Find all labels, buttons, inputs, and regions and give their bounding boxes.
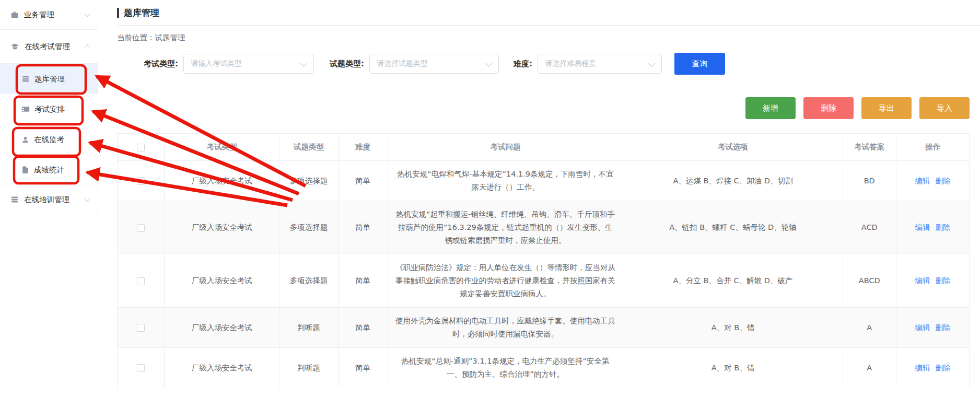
cell-answer: A: [843, 348, 896, 388]
col-question: 考试问题: [388, 134, 623, 161]
proctor-user-icon: [21, 136, 29, 144]
cell-question-type: 判断题: [279, 348, 338, 388]
app-window: 业务管理 在线考试管理 题库管理 考试安排: [0, 0, 980, 408]
search-button[interactable]: 查询: [674, 53, 725, 75]
sidebar-item-label: 成绩统计: [34, 165, 64, 175]
cell-question-type: 多项选择题: [279, 254, 338, 308]
delete-link[interactable]: 删除: [935, 177, 950, 185]
question-bank-icon: [21, 75, 30, 83]
delete-link[interactable]: 删除: [935, 276, 950, 285]
sidebar-item-business-management[interactable]: 业务管理: [0, 0, 98, 29]
briefcase-icon: [10, 10, 19, 19]
cell-exam-type: 厂级入场安全考试: [165, 201, 279, 254]
sidebar-item-label: 业务管理: [24, 10, 54, 20]
cell-exam-type: 厂级入场安全考试: [165, 308, 279, 348]
delete-button[interactable]: 删除: [803, 97, 854, 119]
cell-question: 热机安规“电焊和气焊-基本规定”14.1.9条规定，下雨雪时，不宜露天进行（）工…: [388, 161, 623, 201]
question-type-placeholder: 请选择试题类型: [377, 59, 428, 68]
cell-difficulty: 简单: [338, 254, 388, 308]
exam-type-placeholder: 请输入考试类型: [191, 59, 242, 68]
col-difficulty: 难度: [338, 134, 388, 161]
cell-difficulty: 简单: [338, 161, 388, 201]
add-button[interactable]: 新增: [745, 97, 796, 119]
row-checkbox[interactable]: [137, 224, 145, 232]
cell-exam-type: 厂级入场安全考试: [165, 348, 279, 388]
sidebar-item-online-training-management[interactable]: 在线培训管理: [0, 185, 98, 214]
edit-link[interactable]: 编辑: [915, 223, 930, 231]
exam-type-select[interactable]: 请输入考试类型: [183, 54, 314, 74]
sidebar-item-question-bank[interactable]: 题库管理: [0, 64, 98, 94]
sidebar-item-exam-schedule[interactable]: 考试安排: [0, 94, 98, 124]
chevron-down-icon: [485, 60, 492, 67]
cell-question: 使用外壳为金属材料的电动工具时，应戴绝缘手套。使用电动工具时，必须同时使用漏电保…: [388, 308, 623, 348]
sidebar-item-online-exam-management[interactable]: 在线考试管理: [0, 30, 98, 63]
cell-answer: BD: [843, 161, 896, 201]
select-all-checkbox[interactable]: [137, 144, 145, 151]
edit-link[interactable]: 编辑: [915, 177, 930, 185]
question-table: 考试类型 试题类型 难度 考试问题 考试选项 考试答案 操作 厂级入场安全考试 …: [117, 133, 970, 388]
page-title-row: 题库管理: [117, 0, 970, 25]
cell-question: 《职业病防治法》规定：用人单位在发生（）等情形时，应当对从事接触职业病危害的作业…: [388, 254, 623, 308]
title-divider: [117, 25, 980, 26]
sidebar-item-label: 考试安排: [34, 104, 65, 114]
cell-difficulty: 简单: [338, 201, 388, 254]
difficulty-label: 难度:: [514, 59, 532, 69]
difficulty-placeholder: 请选择难易程度: [545, 59, 596, 68]
exam-type-label: 考试类型:: [144, 59, 178, 69]
question-type-label: 试题类型:: [330, 59, 364, 69]
col-exam-type: 考试类型: [165, 134, 279, 161]
cell-question: 热机安规“起重和搬运-钢丝绳、纤维绳、吊钩、滑车、千斤顶和手拉葫芦的使用”16.…: [388, 201, 623, 254]
chevron-down-icon: [648, 60, 655, 67]
training-list-icon: [10, 195, 19, 204]
cell-question-type: 判断题: [279, 308, 338, 348]
cell-options: A、运煤 B、焊接 C、卸油 D、切割: [623, 161, 843, 201]
sidebar-item-online-proctor[interactable]: 在线监考: [0, 124, 98, 155]
breadcrumb: 当前位置：试题管理: [117, 33, 970, 43]
difficulty-select[interactable]: 请选择难易程度: [538, 54, 662, 74]
delete-link[interactable]: 删除: [935, 323, 950, 332]
cell-options: A、对 B、错: [623, 348, 843, 388]
edit-link[interactable]: 编辑: [915, 276, 930, 285]
cell-answer: ACD: [843, 201, 896, 254]
sidebar-item-label: 在线考试管理: [25, 42, 70, 52]
row-checkbox[interactable]: [137, 177, 145, 185]
row-checkbox[interactable]: [137, 324, 145, 332]
question-type-select[interactable]: 请选择试题类型: [369, 54, 499, 74]
import-button[interactable]: 导入: [919, 97, 970, 119]
sidebar-divider: [0, 214, 98, 214]
col-answer: 考试答案: [843, 134, 896, 161]
delete-link[interactable]: 删除: [935, 223, 950, 231]
chevron-down-icon: [84, 11, 90, 17]
row-checkbox[interactable]: [137, 277, 145, 285]
cell-options: A、分立 B、合并 C、解散 D、破产: [623, 254, 843, 308]
main-content: 题库管理 当前位置：试题管理 考试类型: 请输入考试类型 试题类型: 请选择试题…: [98, 0, 980, 408]
cell-answer: A: [843, 308, 896, 348]
score-doc-icon: [21, 166, 29, 174]
title-accent-bar: [117, 8, 119, 18]
chevron-down-icon: [84, 196, 90, 202]
cell-exam-type: 厂级入场安全考试: [165, 161, 279, 201]
sidebar-item-score-statistics[interactable]: 成绩统计: [0, 155, 98, 185]
table-row: 厂级入场安全考试 多项选择题 简单 热机安规“电焊和气焊-基本规定”14.1.9…: [118, 161, 970, 201]
cell-question-type: 多项选择题: [279, 161, 338, 201]
edit-link[interactable]: 编辑: [915, 323, 930, 332]
export-button[interactable]: 导出: [861, 97, 912, 119]
col-operations: 操作: [896, 134, 969, 161]
cell-difficulty: 简单: [338, 348, 388, 388]
delete-link[interactable]: 删除: [935, 364, 950, 372]
exam-card-icon: [21, 105, 30, 113]
cell-question: 热机安规“总则-通则”3.1.1条规定，电力生产必须坚持“安全第一、预防为主、综…: [388, 348, 623, 388]
filter-row: 考试类型: 请输入考试类型 试题类型: 请选择试题类型 难度: 请选择难易程度 …: [144, 53, 970, 74]
graduation-cap-icon: [10, 42, 19, 51]
col-question-type: 试题类型: [279, 134, 338, 161]
chevron-down-icon: [300, 60, 307, 67]
cell-exam-type: 厂级入场安全考试: [165, 254, 279, 308]
col-options: 考试选项: [623, 134, 843, 161]
cell-options: A、对 B、错: [623, 308, 843, 348]
edit-link[interactable]: 编辑: [915, 364, 930, 372]
table-row: 厂级入场安全考试 判断题 简单 使用外壳为金属材料的电动工具时，应戴绝缘手套。使…: [118, 308, 970, 348]
cell-answer: ABCD: [843, 254, 896, 308]
chevron-up-icon: [84, 44, 90, 50]
table-row: 厂级入场安全考试 判断题 简单 热机安规“总则-通则”3.1.1条规定，电力生产…: [118, 348, 970, 388]
row-checkbox[interactable]: [137, 364, 145, 372]
